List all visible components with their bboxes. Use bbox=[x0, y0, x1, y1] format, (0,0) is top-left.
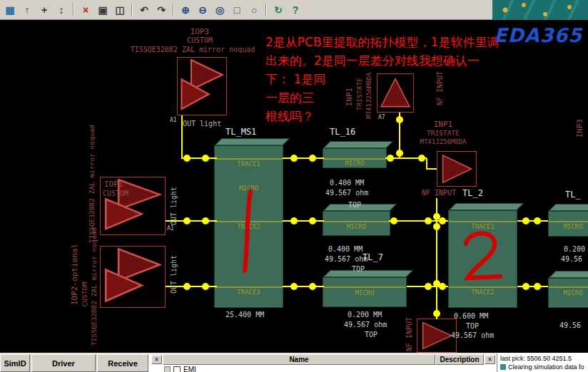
tline-right-upper[interactable]: MICRO bbox=[548, 211, 588, 237]
net-node[interactable] bbox=[425, 283, 432, 290]
tline-right-lower[interactable]: MICRO bbox=[548, 278, 588, 308]
net-node[interactable] bbox=[439, 217, 446, 224]
tline-tl-7[interactable]: MICRO bbox=[323, 277, 407, 307]
tline-length[interactable]: 0.200 M bbox=[564, 245, 588, 253]
close-table-button[interactable]: × bbox=[485, 355, 495, 364]
net-node[interactable] bbox=[522, 217, 529, 224]
net-node[interactable] bbox=[202, 283, 209, 290]
emi-checkbox[interactable] bbox=[173, 366, 181, 372]
redo-icon[interactable]: ↷ bbox=[153, 2, 169, 18]
zoom-in-icon[interactable]: ⊕ bbox=[178, 2, 193, 18]
zoom-out-icon[interactable]: ⊖ bbox=[195, 2, 211, 18]
move-up-icon[interactable]: ↑ bbox=[19, 2, 35, 18]
tline-top-face bbox=[215, 138, 290, 145]
tline-length[interactable]: 0.400 MM bbox=[330, 179, 364, 187]
tline-length[interactable]: 0.200 MM bbox=[348, 311, 382, 319]
delete-icon[interactable]: × bbox=[78, 2, 93, 18]
paste-icon[interactable]: ◫ bbox=[112, 2, 128, 18]
toolbar-separator bbox=[265, 4, 267, 16]
tline-length[interactable]: 0.400 MM bbox=[328, 245, 363, 253]
net-node[interactable] bbox=[290, 283, 298, 290]
net-node[interactable] bbox=[202, 155, 209, 162]
net-segment[interactable] bbox=[283, 286, 324, 287]
net-node[interactable] bbox=[309, 217, 316, 224]
pan-tool-icon[interactable]: + bbox=[36, 2, 52, 18]
tline-impedance[interactable]: 49.56 bbox=[561, 255, 582, 263]
inp1-mid-symbol[interactable] bbox=[437, 151, 477, 187]
tline-layer[interactable]: TOP bbox=[352, 265, 365, 273]
net-node[interactable] bbox=[183, 155, 191, 162]
tline-impedance[interactable]: 49.567 ohm bbox=[325, 189, 368, 197]
select-tool-icon[interactable]: ▦ bbox=[2, 2, 18, 18]
tline-impedance[interactable]: 49.56 bbox=[559, 321, 581, 329]
net-segment[interactable] bbox=[427, 168, 437, 170]
zoom-window-icon[interactable]: □ bbox=[229, 2, 245, 18]
net-segment[interactable] bbox=[283, 220, 324, 222]
annotation-line-5: 根线吗？ bbox=[265, 108, 314, 125]
nf-bottom-port: NF INPUT bbox=[405, 317, 413, 351]
tline-impedance[interactable]: 49.567 ohm bbox=[344, 321, 387, 329]
net-node[interactable] bbox=[290, 217, 298, 224]
net-node[interactable] bbox=[433, 213, 440, 220]
net-segment[interactable] bbox=[426, 158, 427, 170]
redraw-icon[interactable]: ↻ bbox=[270, 2, 286, 18]
net-node[interactable] bbox=[396, 116, 403, 123]
tline-middle[interactable]: MICRO bbox=[323, 211, 390, 236]
tline-layer[interactable]: TOP bbox=[348, 201, 361, 209]
net-node[interactable] bbox=[309, 155, 316, 162]
net-node[interactable] bbox=[183, 217, 191, 224]
net-segment[interactable] bbox=[283, 157, 324, 159]
copy-icon[interactable]: ▣ bbox=[95, 2, 111, 18]
zoom-fit-icon[interactable]: ◎ bbox=[212, 2, 228, 18]
net-node[interactable] bbox=[309, 283, 316, 290]
net-node[interactable] bbox=[183, 283, 191, 290]
help-icon[interactable]: ? bbox=[288, 2, 303, 18]
net-node[interactable] bbox=[418, 155, 425, 162]
net-node[interactable] bbox=[390, 217, 397, 224]
net-node[interactable] bbox=[396, 150, 403, 157]
tline-layer[interactable]: TOP bbox=[466, 322, 479, 330]
inp1-top-symbol[interactable] bbox=[377, 73, 414, 113]
tline-name-tl-16[interactable]: TL_16 bbox=[330, 127, 355, 137]
tab-receive[interactable]: Receive bbox=[97, 354, 148, 372]
tline-name-tl-2[interactable]: TL_2 bbox=[462, 188, 483, 198]
tline-name-right[interactable]: TL_ bbox=[565, 190, 581, 200]
topology-canvas[interactable]: TRACE1 MICRO TRACE2 TRACE3 MICRO MICRO M… bbox=[0, 20, 588, 353]
list-row-emi[interactable]: EMI bbox=[164, 366, 196, 372]
net-node[interactable] bbox=[522, 283, 529, 290]
net-node[interactable] bbox=[433, 223, 440, 230]
tline-length[interactable]: 0.600 MM bbox=[454, 312, 488, 320]
close-pane-button[interactable]: × bbox=[151, 355, 162, 364]
net-node[interactable] bbox=[290, 155, 298, 162]
net-segment[interactable] bbox=[436, 222, 437, 319]
input-buffer-icon bbox=[417, 319, 456, 352]
trace-line bbox=[449, 221, 517, 222]
iop3-symbol[interactable] bbox=[177, 57, 227, 115]
net-node[interactable] bbox=[439, 283, 446, 290]
expander-icon[interactable] bbox=[164, 366, 171, 372]
tab-driver[interactable]: Driver bbox=[31, 354, 96, 372]
tline-name-tl-7[interactable]: TL_7 bbox=[363, 252, 383, 262]
undo-icon[interactable]: ↶ bbox=[136, 2, 152, 18]
stretch-icon[interactable]: ↕ bbox=[54, 2, 69, 18]
tline-layer[interactable]: TOP bbox=[365, 331, 377, 339]
net-node[interactable] bbox=[202, 217, 209, 224]
net-node[interactable] bbox=[425, 217, 432, 224]
tline-tl-2[interactable]: TRACE1 TRACE2 bbox=[448, 210, 517, 308]
net-node[interactable] bbox=[387, 155, 394, 162]
tline-tl-16[interactable]: MICRO bbox=[323, 148, 387, 168]
annotation-line-2: 出来的。2是同一层差分对线我想确认一 bbox=[265, 53, 480, 69]
net-node[interactable] bbox=[534, 283, 541, 290]
tline-impedance[interactable]: 49.567 ohm bbox=[451, 331, 494, 339]
iop2-symbol[interactable] bbox=[100, 246, 166, 308]
tab-simid[interactable]: SimID bbox=[0, 354, 30, 372]
tline-tl-ms1[interactable]: TRACE1 MICRO TRACE2 TRACE3 bbox=[214, 145, 283, 308]
net-node[interactable] bbox=[433, 310, 440, 317]
zoom-previous-icon[interactable]: ○ bbox=[246, 2, 262, 18]
net-node[interactable] bbox=[534, 217, 541, 224]
tline-length[interactable]: 25.400 MM bbox=[225, 311, 264, 319]
tline-impedance[interactable]: 49.567 ohm bbox=[325, 255, 368, 263]
trace-label: TRACE1 bbox=[449, 223, 517, 230]
iop3-name: IOP3 bbox=[171, 27, 228, 36]
tline-name-tl-ms1[interactable]: TL_MS1 bbox=[225, 127, 256, 137]
